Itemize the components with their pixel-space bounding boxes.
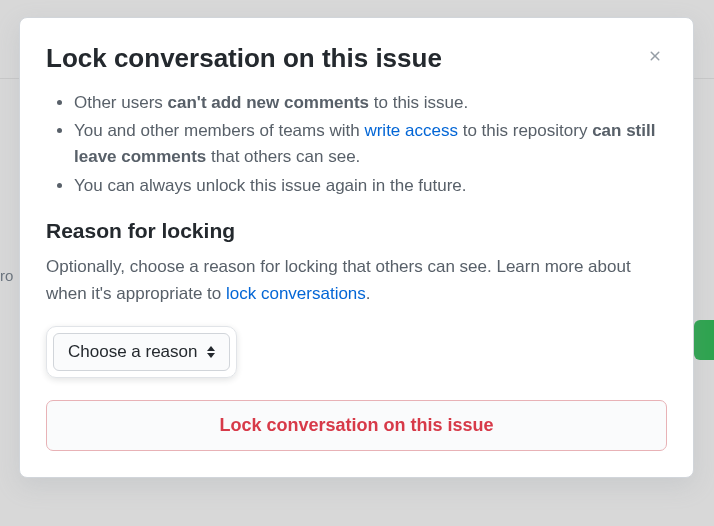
bullet-text: You can always unlock this issue again i… — [74, 176, 467, 195]
reason-select[interactable]: Choose a reason — [53, 333, 230, 371]
updown-caret-icon — [207, 346, 215, 358]
background-button-fragment — [694, 320, 714, 360]
bullet-strong: can't add new comments — [168, 93, 369, 112]
bullet-item: You and other members of teams with writ… — [74, 118, 667, 171]
modal-title: Lock conversation on this issue — [46, 42, 442, 76]
bullet-text: You and other members of teams with — [74, 121, 364, 140]
close-icon — [647, 44, 663, 69]
bullet-text: that others can see. — [206, 147, 360, 166]
reason-description: Optionally, choose a reason for locking … — [46, 253, 667, 307]
lock-conversation-submit-button[interactable]: Lock conversation on this issue — [46, 400, 667, 451]
lock-conversation-modal: Lock conversation on this issue Other us… — [19, 17, 694, 478]
write-access-link[interactable]: write access — [364, 121, 458, 140]
bullet-text: to this repository — [458, 121, 592, 140]
bullet-item: Other users can't add new comments to th… — [74, 90, 667, 116]
bullet-text: to this issue. — [369, 93, 468, 112]
lock-conversations-link[interactable]: lock conversations — [226, 284, 366, 303]
bullet-item: You can always unlock this issue again i… — [74, 173, 667, 199]
info-bullet-list: Other users can't add new comments to th… — [46, 90, 667, 199]
close-button[interactable] — [643, 42, 667, 72]
bullet-text: Other users — [74, 93, 168, 112]
reason-heading: Reason for locking — [46, 219, 667, 243]
modal-header: Lock conversation on this issue — [46, 42, 667, 76]
description-text: . — [366, 284, 371, 303]
background-text-fragment: ro — [0, 267, 13, 284]
reason-select-label: Choose a reason — [68, 342, 197, 362]
reason-select-highlight: Choose a reason — [46, 326, 237, 378]
